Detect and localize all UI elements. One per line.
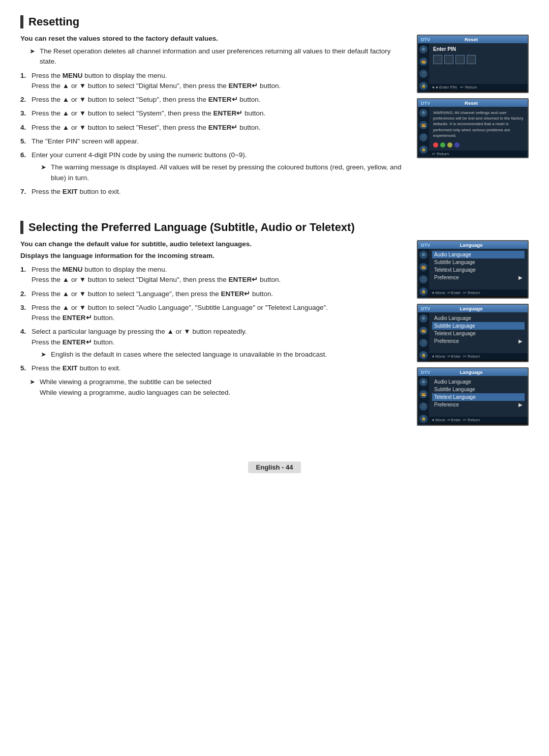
- section1-steps: ➤ The Reset operation deletes all channe…: [20, 46, 407, 197]
- side-icon: ⚙: [419, 378, 428, 386]
- step-text: While viewing a programme, the subtitle …: [40, 377, 230, 398]
- step-number: 5.: [20, 363, 28, 373]
- menu-item-teletext: Teletext Language: [432, 266, 525, 274]
- step-number: 2.: [20, 95, 28, 105]
- dtv-label: DTV: [421, 370, 430, 375]
- dtv-content: ⚙ 📻 🎵 🔒 Audio Language Subtitle Language…: [418, 312, 528, 361]
- step-text: Press the EXIT button to exit.: [32, 187, 121, 197]
- pin-box: [455, 55, 465, 64]
- dtv-content: ⚙ 📻 🎵 🔒 Audio Language Subtitle Language…: [418, 376, 528, 425]
- section1-text: You can reset the values stored to the f…: [20, 35, 407, 200]
- pin-box: [433, 55, 442, 64]
- side-icon: ⚙: [419, 314, 428, 323]
- dtv-footer: ● ● Enter PIN ↩ Return: [429, 84, 528, 91]
- dtv-label: DTV: [421, 101, 430, 106]
- menu-item-audio: Audio Language: [432, 378, 525, 386]
- side-icon: 🔒: [419, 351, 428, 359]
- section1-block: You can reset the values stored to the f…: [20, 35, 529, 200]
- dtv-label: DTV: [421, 306, 430, 311]
- side-icon: 🎵: [419, 70, 428, 78]
- list-item: ➤ While viewing a programme, the subtitl…: [20, 377, 407, 398]
- dtv-side-icons: ⚙ 📻 🎵 🔒: [418, 249, 429, 298]
- side-icon: 📻: [419, 57, 428, 66]
- dtv-label: DTV: [421, 243, 430, 248]
- dtv-footer: ♦ Move ↵Enter ↩ Return: [429, 353, 528, 360]
- step-number: 1.: [20, 265, 28, 285]
- footer-text: ♦ Move ↵Enter ↩ Return: [432, 290, 480, 295]
- warning-text: WARNING: All channel settings and user p…: [433, 110, 524, 138]
- step-number: 3.: [20, 108, 28, 119]
- section1-title: Resetting: [20, 15, 529, 28]
- list-item: 2. Press the ▲ or ▼ button to select "Se…: [20, 95, 407, 105]
- step-number: 4.: [20, 327, 28, 360]
- section2-block: You can change the default value for sub…: [20, 240, 529, 426]
- step-text: Press the EXIT button to exit.: [32, 363, 121, 373]
- page-footer: English - 44: [248, 461, 301, 473]
- screen-title: Language: [460, 369, 483, 375]
- dot-green: [440, 142, 445, 148]
- list-item: 5. The "Enter PIN" screen will appear.: [20, 136, 407, 147]
- dtv-footer: ♦ Move ↵Enter ↩ Return: [429, 417, 528, 423]
- list-item: 7. Press the EXIT button to exit.: [20, 187, 407, 197]
- dtv-body: WARNING: All channel settings and user p…: [429, 107, 528, 151]
- arrow-icon: ➤: [41, 350, 48, 360]
- menu-item-subtitle: Subtitle Language: [432, 386, 525, 393]
- arrow-icon: ➤: [41, 162, 48, 183]
- menu-item-preference: Preference ▶: [432, 337, 525, 345]
- screen-title: Language: [460, 242, 483, 248]
- dtv-screen-lang1: DTV Language ⚙ 📻 🎵 🔒 Audio Language Subt…: [417, 240, 529, 299]
- step-number: 5.: [20, 136, 28, 147]
- dtv-screen-header: DTV Reset: [418, 99, 528, 107]
- dot-blue: [454, 142, 460, 148]
- arrow-icon: ➤: [29, 46, 37, 67]
- menu-item-preference: Preference ▶: [432, 401, 525, 409]
- list-item: 4. Select a particular language by press…: [20, 327, 407, 360]
- dtv-screen-lang2: DTV Language ⚙ 📻 🎵 🔒 Audio Language Subt…: [417, 304, 529, 362]
- dtv-content: ⚙ 📻 🎵 🔒 Audio Language Subtitle Language…: [418, 249, 528, 298]
- dtv-main-area: Audio Language Subtitle Language Teletex…: [429, 312, 528, 361]
- step-number: 2.: [20, 289, 28, 299]
- side-icon: 🔒: [419, 287, 428, 296]
- footer-text: ♦ Move ↵Enter ↩ Return: [432, 418, 480, 422]
- side-icon: 🔒: [419, 146, 428, 154]
- pin-box: [444, 55, 453, 64]
- step-text: Press the ▲ or ▼ button to select "Audio…: [32, 303, 328, 324]
- dot-yellow: [447, 142, 452, 148]
- step-number: 4.: [20, 123, 28, 133]
- side-icon: 📻: [419, 327, 428, 335]
- dtv-main-area: Audio Language Subtitle Language Teletex…: [429, 376, 528, 425]
- section1-intro: You can reset the values stored to the f…: [20, 35, 407, 42]
- dtv-body: Audio Language Subtitle Language Teletex…: [429, 376, 528, 417]
- list-item: 1. Press the MENU button to display the …: [20, 71, 407, 92]
- step-text: The Reset operation deletes all channel …: [40, 46, 407, 67]
- pin-box: [467, 55, 476, 64]
- screen-title: Reset: [465, 100, 478, 106]
- dtv-content: ⚙ 📻 🎵 🔒 WARNING: All channel settings an…: [418, 107, 528, 157]
- dtv-side-icons: ⚙ 📻 🎵 🔒: [418, 312, 429, 361]
- dtv-screen-reset2: DTV Reset ⚙ 📻 🎵 🔒 WARNING: All channel s…: [417, 98, 529, 158]
- list-item: ➤ The Reset operation deletes all channe…: [20, 46, 407, 67]
- dtv-main-area: WARNING: All channel settings and user p…: [429, 107, 528, 157]
- list-item: 2. Press the ▲ or ▼ button to select "La…: [20, 289, 407, 299]
- menu-item-subtitle: Subtitle Language: [432, 258, 525, 266]
- footer-text: ↩ Return: [432, 152, 449, 156]
- side-icon: 📻: [419, 390, 428, 398]
- step-text: Enter your current 4-digit PIN code by u…: [32, 150, 407, 183]
- screen-title: Reset: [465, 37, 478, 42]
- sub-text: The warning message is displayed. All va…: [51, 162, 407, 183]
- dtv-screen-header: DTV Reset: [418, 36, 528, 43]
- list-item: 3. Press the ▲ or ▼ button to select "Sy…: [20, 108, 407, 119]
- side-icon: 📻: [419, 121, 428, 129]
- dtv-main-area: Enter PIN ● ● Enter PIN ↩ Return: [429, 43, 528, 92]
- sub-text: English is the default in cases where th…: [51, 350, 327, 360]
- arrow-icon: ➤: [29, 377, 37, 398]
- dtv-side-icons: ⚙ 📻 🎵 🔒: [418, 107, 429, 157]
- step-text: Press the MENU button to display the men…: [32, 71, 281, 92]
- step-text: Press the ▲ or ▼ button to select "Langu…: [32, 289, 273, 299]
- list-item: 4. Press the ▲ or ▼ button to select "Re…: [20, 123, 407, 133]
- dtv-main-area: Audio Language Subtitle Language Teletex…: [429, 249, 528, 298]
- dtv-side-icons: ⚙ 📻 🎵 🔒: [418, 43, 429, 92]
- menu-item-audio: Audio Language: [432, 314, 525, 322]
- dtv-body: Enter PIN: [429, 43, 528, 84]
- dot-red: [433, 142, 438, 148]
